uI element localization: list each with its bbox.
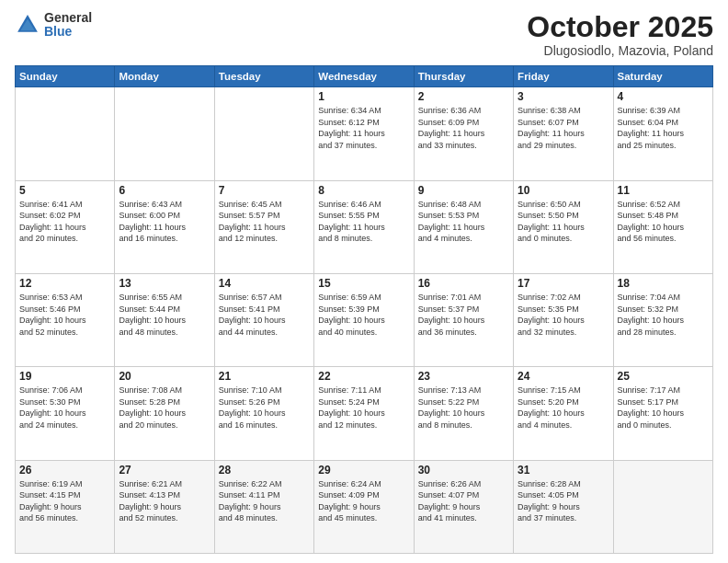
header: General Blue October 2025 Dlugosiodlo, M… xyxy=(15,11,713,58)
table-row: 30Sunrise: 6:26 AM Sunset: 4:07 PM Dayli… xyxy=(414,460,513,553)
day-info: Sunrise: 7:08 AM Sunset: 5:28 PM Dayligh… xyxy=(119,385,210,431)
day-number: 17 xyxy=(518,277,609,290)
table-row: 3Sunrise: 6:38 AM Sunset: 6:07 PM Daylig… xyxy=(514,87,613,180)
day-number: 8 xyxy=(318,184,409,197)
day-number: 27 xyxy=(119,464,210,477)
table-row: 10Sunrise: 6:50 AM Sunset: 5:50 PM Dayli… xyxy=(514,180,613,273)
table-row: 13Sunrise: 6:55 AM Sunset: 5:44 PM Dayli… xyxy=(115,273,214,366)
day-info: Sunrise: 6:52 AM Sunset: 5:48 PM Dayligh… xyxy=(618,199,709,245)
table-row xyxy=(613,460,712,553)
day-info: Sunrise: 6:53 AM Sunset: 5:46 PM Dayligh… xyxy=(19,292,110,338)
calendar-body: 1Sunrise: 6:34 AM Sunset: 6:12 PM Daylig… xyxy=(16,87,713,554)
table-row: 25Sunrise: 7:17 AM Sunset: 5:17 PM Dayli… xyxy=(613,367,712,460)
day-number: 3 xyxy=(518,90,609,103)
calendar-header: Sunday Monday Tuesday Wednesday Thursday… xyxy=(16,66,713,87)
table-row: 27Sunrise: 6:21 AM Sunset: 4:13 PM Dayli… xyxy=(115,460,214,553)
table-row: 11Sunrise: 6:52 AM Sunset: 5:48 PM Dayli… xyxy=(613,180,712,273)
day-number: 4 xyxy=(618,90,709,103)
calendar-row: 19Sunrise: 7:06 AM Sunset: 5:30 PM Dayli… xyxy=(16,367,713,460)
day-info: Sunrise: 6:57 AM Sunset: 5:41 PM Dayligh… xyxy=(219,292,310,338)
day-number: 23 xyxy=(418,370,509,383)
day-info: Sunrise: 7:01 AM Sunset: 5:37 PM Dayligh… xyxy=(418,292,509,338)
day-info: Sunrise: 7:04 AM Sunset: 5:32 PM Dayligh… xyxy=(618,292,709,338)
location: Dlugosiodlo, Mazovia, Poland xyxy=(527,43,713,58)
table-row: 5Sunrise: 6:41 AM Sunset: 6:02 PM Daylig… xyxy=(16,180,115,273)
table-row: 2Sunrise: 6:36 AM Sunset: 6:09 PM Daylig… xyxy=(414,87,513,180)
logo-blue: Blue xyxy=(44,25,92,39)
day-info: Sunrise: 6:26 AM Sunset: 4:07 PM Dayligh… xyxy=(418,478,509,524)
day-number: 30 xyxy=(418,464,509,477)
table-row: 31Sunrise: 6:28 AM Sunset: 4:05 PM Dayli… xyxy=(514,460,613,553)
day-info: Sunrise: 7:17 AM Sunset: 5:17 PM Dayligh… xyxy=(618,385,709,431)
day-info: Sunrise: 6:19 AM Sunset: 4:15 PM Dayligh… xyxy=(19,478,110,524)
day-info: Sunrise: 6:43 AM Sunset: 6:00 PM Dayligh… xyxy=(119,199,210,245)
day-info: Sunrise: 7:15 AM Sunset: 5:20 PM Dayligh… xyxy=(518,385,609,431)
title-block: October 2025 Dlugosiodlo, Mazovia, Polan… xyxy=(527,11,713,58)
col-wednesday: Wednesday xyxy=(314,66,414,87)
day-info: Sunrise: 6:36 AM Sunset: 6:09 PM Dayligh… xyxy=(418,105,509,151)
table-row: 20Sunrise: 7:08 AM Sunset: 5:28 PM Dayli… xyxy=(115,367,214,460)
day-number: 20 xyxy=(119,370,210,383)
col-thursday: Thursday xyxy=(414,66,513,87)
table-row: 24Sunrise: 7:15 AM Sunset: 5:20 PM Dayli… xyxy=(514,367,613,460)
day-info: Sunrise: 6:59 AM Sunset: 5:39 PM Dayligh… xyxy=(318,292,409,338)
day-info: Sunrise: 6:55 AM Sunset: 5:44 PM Dayligh… xyxy=(119,292,210,338)
table-row: 12Sunrise: 6:53 AM Sunset: 5:46 PM Dayli… xyxy=(16,273,115,366)
table-row xyxy=(16,87,115,180)
day-info: Sunrise: 6:41 AM Sunset: 6:02 PM Dayligh… xyxy=(19,199,110,245)
calendar-row: 5Sunrise: 6:41 AM Sunset: 6:02 PM Daylig… xyxy=(16,180,713,273)
day-number: 1 xyxy=(318,90,409,103)
day-info: Sunrise: 7:13 AM Sunset: 5:22 PM Dayligh… xyxy=(418,385,509,431)
day-number: 13 xyxy=(119,277,210,290)
day-number: 28 xyxy=(219,464,310,477)
logo-icon xyxy=(15,12,40,38)
table-row: 21Sunrise: 7:10 AM Sunset: 5:26 PM Dayli… xyxy=(214,367,313,460)
logo: General Blue xyxy=(15,11,92,40)
day-info: Sunrise: 6:38 AM Sunset: 6:07 PM Dayligh… xyxy=(518,105,609,151)
day-number: 7 xyxy=(219,184,310,197)
day-info: Sunrise: 7:10 AM Sunset: 5:26 PM Dayligh… xyxy=(219,385,310,431)
day-info: Sunrise: 7:06 AM Sunset: 5:30 PM Dayligh… xyxy=(19,385,110,431)
table-row: 9Sunrise: 6:48 AM Sunset: 5:53 PM Daylig… xyxy=(414,180,513,273)
day-info: Sunrise: 6:39 AM Sunset: 6:04 PM Dayligh… xyxy=(618,105,709,151)
day-number: 5 xyxy=(19,184,110,197)
day-info: Sunrise: 6:45 AM Sunset: 5:57 PM Dayligh… xyxy=(219,199,310,245)
day-info: Sunrise: 7:02 AM Sunset: 5:35 PM Dayligh… xyxy=(518,292,609,338)
day-number: 26 xyxy=(19,464,110,477)
day-info: Sunrise: 6:50 AM Sunset: 5:50 PM Dayligh… xyxy=(518,199,609,245)
day-number: 31 xyxy=(518,464,609,477)
table-row: 23Sunrise: 7:13 AM Sunset: 5:22 PM Dayli… xyxy=(414,367,513,460)
header-row: Sunday Monday Tuesday Wednesday Thursday… xyxy=(16,66,713,87)
table-row: 17Sunrise: 7:02 AM Sunset: 5:35 PM Dayli… xyxy=(514,273,613,366)
table-row: 22Sunrise: 7:11 AM Sunset: 5:24 PM Dayli… xyxy=(314,367,414,460)
table-row: 1Sunrise: 6:34 AM Sunset: 6:12 PM Daylig… xyxy=(314,87,414,180)
calendar-row: 1Sunrise: 6:34 AM Sunset: 6:12 PM Daylig… xyxy=(16,87,713,180)
day-info: Sunrise: 6:46 AM Sunset: 5:55 PM Dayligh… xyxy=(318,199,409,245)
day-number: 12 xyxy=(19,277,110,290)
day-number: 25 xyxy=(618,370,709,383)
day-info: Sunrise: 6:21 AM Sunset: 4:13 PM Dayligh… xyxy=(119,478,210,524)
day-number: 22 xyxy=(318,370,409,383)
calendar-table: Sunday Monday Tuesday Wednesday Thursday… xyxy=(15,65,713,554)
day-number: 9 xyxy=(418,184,509,197)
col-friday: Friday xyxy=(514,66,613,87)
table-row xyxy=(115,87,214,180)
table-row: 15Sunrise: 6:59 AM Sunset: 5:39 PM Dayli… xyxy=(314,273,414,366)
col-saturday: Saturday xyxy=(613,66,712,87)
day-number: 6 xyxy=(119,184,210,197)
table-row: 19Sunrise: 7:06 AM Sunset: 5:30 PM Dayli… xyxy=(16,367,115,460)
day-number: 11 xyxy=(618,184,709,197)
table-row: 4Sunrise: 6:39 AM Sunset: 6:04 PM Daylig… xyxy=(613,87,712,180)
table-row: 14Sunrise: 6:57 AM Sunset: 5:41 PM Dayli… xyxy=(214,273,313,366)
day-number: 2 xyxy=(418,90,509,103)
col-sunday: Sunday xyxy=(16,66,115,87)
table-row: 6Sunrise: 6:43 AM Sunset: 6:00 PM Daylig… xyxy=(115,180,214,273)
logo-text: General Blue xyxy=(44,11,92,40)
col-tuesday: Tuesday xyxy=(214,66,313,87)
table-row: 8Sunrise: 6:46 AM Sunset: 5:55 PM Daylig… xyxy=(314,180,414,273)
logo-general: General xyxy=(44,11,92,25)
day-info: Sunrise: 7:11 AM Sunset: 5:24 PM Dayligh… xyxy=(318,385,409,431)
day-info: Sunrise: 6:28 AM Sunset: 4:05 PM Dayligh… xyxy=(518,478,609,524)
day-number: 21 xyxy=(219,370,310,383)
day-number: 24 xyxy=(518,370,609,383)
